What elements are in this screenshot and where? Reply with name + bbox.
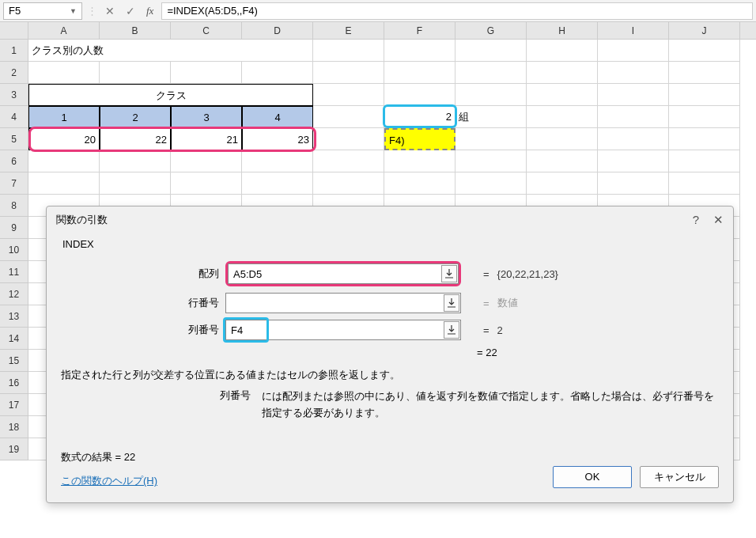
cell[interactable] <box>455 62 527 84</box>
cell[interactable] <box>242 62 313 84</box>
cell[interactable] <box>171 150 242 172</box>
cell[interactable] <box>669 150 740 172</box>
cell[interactable] <box>384 150 455 172</box>
col-header-F[interactable]: F <box>384 22 455 39</box>
cell[interactable] <box>669 62 740 84</box>
row-header[interactable]: 6 <box>0 150 28 172</box>
help-link[interactable]: この関数のヘルプ(H) <box>61 475 157 487</box>
cell-D5[interactable]: 23 <box>242 128 313 150</box>
cell[interactable] <box>598 84 669 106</box>
cell[interactable] <box>384 40 455 62</box>
cell[interactable] <box>100 150 171 172</box>
arg-array-input[interactable] <box>228 263 459 284</box>
arg-col-input[interactable] <box>225 320 461 340</box>
arg-row-input[interactable] <box>225 293 461 313</box>
cell[interactable] <box>669 84 740 106</box>
row-header[interactable]: 17 <box>0 394 28 416</box>
select-all-corner[interactable] <box>0 22 28 39</box>
cell[interactable] <box>669 40 740 62</box>
col-header-D[interactable]: D <box>242 22 313 39</box>
cell[interactable] <box>527 106 598 128</box>
cell-C5[interactable]: 21 <box>171 128 242 150</box>
cell[interactable] <box>455 150 527 172</box>
cell[interactable] <box>527 62 598 84</box>
cell-B5[interactable]: 22 <box>100 128 171 150</box>
cell-A4[interactable]: 1 <box>28 106 100 128</box>
row-header[interactable]: 1 <box>0 40 28 62</box>
row-header[interactable]: 9 <box>0 217 28 239</box>
cell[interactable] <box>384 62 455 84</box>
row-header[interactable]: 8 <box>0 195 28 217</box>
row-header[interactable]: 19 <box>0 438 28 460</box>
col-header-A[interactable]: A <box>28 22 100 39</box>
cell[interactable] <box>527 40 598 62</box>
cell-merged-class[interactable]: クラス <box>28 84 313 106</box>
cell[interactable] <box>384 172 455 195</box>
row-header[interactable]: 13 <box>0 305 28 328</box>
cell[interactable] <box>527 128 598 150</box>
cell[interactable] <box>242 150 313 172</box>
chevron-down-icon[interactable]: ▼ <box>70 7 77 15</box>
cell[interactable] <box>313 84 384 106</box>
cell[interactable] <box>100 62 171 84</box>
row-header[interactable]: 14 <box>0 328 28 350</box>
cell-F4[interactable]: 2 <box>384 106 455 128</box>
cancel-button[interactable]: キャンセル <box>640 466 719 488</box>
row-header[interactable]: 5 <box>0 128 28 150</box>
range-select-icon[interactable] <box>444 321 459 339</box>
row-header[interactable]: 7 <box>0 172 28 195</box>
cell[interactable] <box>527 172 598 195</box>
cancel-icon[interactable]: ✕ <box>102 5 118 17</box>
row-header[interactable]: 15 <box>0 350 28 372</box>
cell[interactable] <box>669 172 740 195</box>
col-header-E[interactable]: E <box>313 22 384 39</box>
col-header-H[interactable]: H <box>527 22 598 39</box>
close-icon[interactable]: ✕ <box>713 213 724 227</box>
cell-A5[interactable]: 20 <box>28 128 100 150</box>
cell[interactable] <box>598 172 669 195</box>
help-icon[interactable]: ? <box>693 213 699 227</box>
cell[interactable] <box>313 150 384 172</box>
cell[interactable] <box>455 128 527 150</box>
confirm-icon[interactable]: ✓ <box>123 5 138 17</box>
cell[interactable] <box>100 172 171 195</box>
cell[interactable] <box>527 84 598 106</box>
cell[interactable] <box>171 62 242 84</box>
cell[interactable] <box>313 172 384 195</box>
cell[interactable] <box>598 150 669 172</box>
col-header-B[interactable]: B <box>100 22 171 39</box>
row-header[interactable]: 11 <box>0 261 28 283</box>
cell[interactable] <box>28 172 100 195</box>
col-header-J[interactable]: J <box>669 22 740 39</box>
cell[interactable] <box>313 106 384 128</box>
cell[interactable] <box>455 84 527 106</box>
cell-B4[interactable]: 2 <box>100 106 171 128</box>
cell-F5[interactable]: F4) <box>384 128 455 150</box>
cell[interactable] <box>171 172 242 195</box>
cell[interactable] <box>455 40 527 62</box>
range-select-icon[interactable] <box>444 294 459 312</box>
row-header[interactable]: 4 <box>0 106 28 128</box>
ok-button[interactable]: OK <box>553 466 632 488</box>
cell[interactable] <box>598 40 669 62</box>
range-select-icon[interactable] <box>441 265 457 282</box>
cell[interactable] <box>28 150 100 172</box>
fx-icon[interactable]: fx <box>143 5 157 17</box>
cell[interactable] <box>28 62 100 84</box>
row-header[interactable]: 18 <box>0 416 28 438</box>
cell-G4[interactable]: 組 <box>455 106 527 128</box>
cell-D4[interactable]: 4 <box>242 106 313 128</box>
cell[interactable] <box>598 106 669 128</box>
cell-C4[interactable]: 3 <box>171 106 242 128</box>
name-box[interactable]: F5 ▼ <box>3 2 82 20</box>
cell[interactable] <box>313 62 384 84</box>
row-header[interactable]: 10 <box>0 239 28 261</box>
row-header[interactable]: 12 <box>0 283 28 305</box>
col-header-I[interactable]: I <box>598 22 669 39</box>
cell[interactable] <box>669 106 740 128</box>
cell[interactable] <box>455 172 527 195</box>
cell[interactable] <box>242 172 313 195</box>
cell[interactable] <box>527 150 598 172</box>
row-header[interactable]: 3 <box>0 84 28 106</box>
cell-A1[interactable]: クラス別の人数 <box>28 40 313 62</box>
